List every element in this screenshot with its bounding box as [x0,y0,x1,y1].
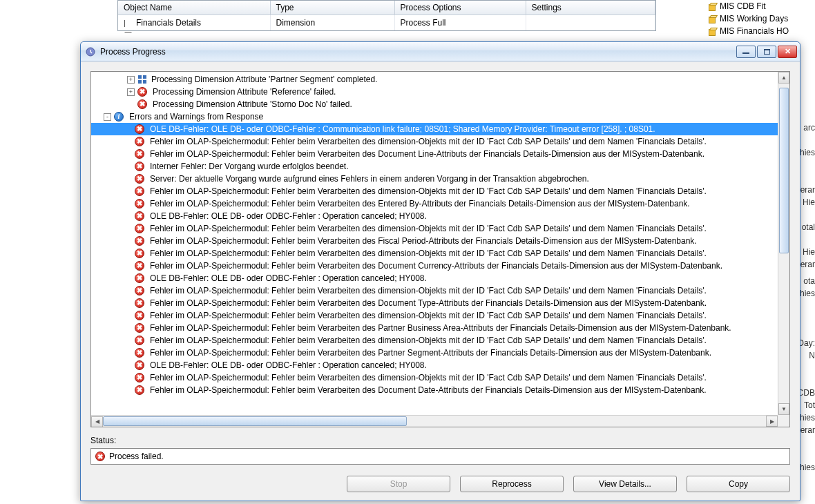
tree-node-label: Fehler im OLAP-Speichermodul: Fehler bei… [148,284,708,297]
scroll-up-icon[interactable]: ▲ [778,72,789,84]
error-icon: ✖ [135,298,144,308]
tree-node-label: Fehler im OLAP-Speichermodul: Fehler bei… [148,235,698,247]
scroll-left-icon[interactable]: ◀ [91,416,103,427]
tree-node-label: Fehler im OLAP-Speichermodul: Fehler bei… [148,148,706,160]
tree-node[interactable]: ✖Fehler im OLAP-Speichermodul: Fehler be… [91,309,778,322]
tree-node[interactable]: ✖Interner Fehler: Der Vorgang wurde erfo… [91,160,778,173]
tree-node[interactable]: ✖Fehler im OLAP-Speichermodul: Fehler be… [91,297,778,309]
error-icon: ✖ [135,336,144,345]
list-item[interactable]: MIS CDB Fit [704,0,815,12]
col-type: Type [270,1,394,15]
titlebar[interactable]: Process Progress ✕ [81,42,800,61]
tree-node-label: OLE DB-Fehler: OLE DB- oder ODBC-Fehler … [148,272,428,284]
error-icon: ✖ [95,452,105,461]
error-icon: ✖ [135,311,144,320]
tree-node-label: OLE DB-Fehler: OLE DB- oder ODBC-Fehler … [148,359,428,371]
tree-node[interactable]: ✖OLE DB-Fehler: OLE DB- oder ODBC-Fehler… [91,123,778,135]
info-icon: i [114,112,124,122]
tree-node[interactable]: +Processing Dimension Attribute 'Partner… [91,73,778,86]
partial-text: hies [800,413,815,423]
error-icon: ✖ [135,199,144,209]
maximize-button[interactable] [757,46,776,58]
error-icon: ✖ [135,261,144,271]
partial-text: Tot [804,400,815,410]
expand-toggle[interactable]: + [127,76,135,84]
col-object-name: Object Name [118,1,270,15]
tree-node[interactable]: ✖Fehler im OLAP-Speichermodul: Fehler be… [91,384,778,396]
tree-node[interactable]: ✖OLE DB-Fehler: OLE DB- oder ODBC-Fehler… [91,210,778,222]
tree-node[interactable]: ✖Fehler im OLAP-Speichermodul: Fehler be… [91,148,778,160]
tree-node-label: Processing Dimension Attribute 'Storno D… [151,98,354,110]
expand-toggle[interactable]: + [127,88,135,96]
partial-text: erar [800,185,815,195]
scroll-down-icon[interactable]: ▼ [778,403,789,415]
partial-text: hies [800,148,815,157]
tree-node-label: Fehler im OLAP-Speichermodul: Fehler bei… [148,197,691,210]
tree-node-label: Fehler im OLAP-Speichermodul: Fehler bei… [148,334,708,347]
tree-node[interactable]: ✖Server: Der aktuelle Vorgang wurde aufg… [91,173,778,185]
cell-type: Dimension [270,15,394,31]
tree-node[interactable]: ✖Fehler im OLAP-Speichermodul: Fehler be… [91,371,778,384]
horizontal-scrollbar[interactable]: ◀ ▶ [91,415,778,427]
tree-node-label: Interner Fehler: Der Vorgang wurde erfol… [148,160,350,173]
tree-node[interactable]: ✖Fehler im OLAP-Speichermodul: Fehler be… [91,185,778,197]
tree-node[interactable]: ✖Fehler im OLAP-Speichermodul: Fehler be… [91,235,778,247]
tree-node-label: Fehler im OLAP-Speichermodul: Fehler bei… [148,347,713,359]
tree-node-label: Fehler im OLAP-Speichermodul: Fehler bei… [148,185,708,197]
list-item[interactable]: MIS Financials HO [704,25,815,37]
tree-node[interactable]: ✖Fehler im OLAP-Speichermodul: Fehler be… [91,135,778,148]
error-icon: ✖ [135,137,144,146]
cube-icon [707,28,717,36]
tree-node[interactable]: -iErrors and Warnings from Response [91,110,778,123]
close-button[interactable]: ✕ [778,46,797,58]
error-icon: ✖ [135,174,144,184]
error-icon: ✖ [135,249,144,258]
tree-node[interactable]: ✖Fehler im OLAP-Speichermodul: Fehler be… [91,260,778,272]
partial-text: N [809,351,815,360]
tree-node-label: Server: Der aktuelle Vorgang wurde aufgr… [148,173,591,185]
side-cube-list: MIS CDB Fit MIS Working Days MIS Financi… [704,0,815,37]
dimension-icon [124,19,132,28]
error-icon: ✖ [135,323,144,333]
error-icon: ✖ [135,224,144,233]
tree-node[interactable]: ✖OLE DB-Fehler: OLE DB- oder ODBC-Fehler… [91,272,778,284]
tree-node-label: Errors and Warnings from Response [128,110,265,123]
tree-node[interactable]: ✖Fehler im OLAP-Speichermodul: Fehler be… [91,322,778,334]
error-icon: ✖ [135,273,144,283]
tree-node-label: Processing Dimension Attribute 'Partner … [150,73,378,86]
error-icon: ✖ [137,87,147,97]
tree-node[interactable]: ✖Fehler im OLAP-Speichermodul: Fehler be… [91,222,778,235]
collapse-toggle[interactable]: - [104,113,111,121]
cell-settings [526,15,655,31]
tree-node[interactable]: ✖Fehler im OLAP-Speichermodul: Fehler be… [91,347,778,359]
error-icon: ✖ [135,373,144,382]
scroll-right-icon[interactable]: ▶ [766,416,778,427]
list-item[interactable]: MIS Working Days [704,12,815,25]
tree-node-label: Fehler im OLAP-Speichermodul: Fehler bei… [148,371,708,384]
tree-node[interactable]: ✖Processing Dimension Attribute 'Storno … [91,98,778,110]
partial-text: Day: [798,338,815,348]
copy-button[interactable]: Copy [687,476,790,492]
partial-text: arc [803,123,815,133]
vertical-scrollbar[interactable]: ▲ ▼ [778,72,789,415]
error-icon: ✖ [135,236,144,246]
partial-text: erar [800,260,815,269]
tree-node[interactable]: +✖Processing Dimension Attribute 'Refere… [91,86,778,98]
error-icon: ✖ [135,162,144,171]
error-icon: ✖ [135,360,144,370]
tree-node[interactable]: ✖Fehler im OLAP-Speichermodul: Fehler be… [91,284,778,297]
tree-node[interactable]: ✖Fehler im OLAP-Speichermodul: Fehler be… [91,247,778,260]
col-process-options: Process Options [394,1,526,15]
partial-text: hies [800,289,815,298]
stop-button: Stop [347,476,450,492]
reprocess-button[interactable]: Reprocess [460,476,564,492]
tree-node[interactable]: ✖OLE DB-Fehler: OLE DB- oder ODBC-Fehler… [91,359,778,371]
minimize-button[interactable] [736,46,756,58]
tree-node-label: OLE DB-Fehler: OLE DB- oder ODBC-Fehler … [148,210,428,222]
status-text: Process failed. [109,452,164,461]
tree-node[interactable]: ✖Fehler im OLAP-Speichermodul: Fehler be… [91,334,778,347]
view-details-button[interactable]: View Details... [573,476,677,492]
status-box: ✖ Process failed. [90,448,790,465]
table-row[interactable]: Financials Details Dimension Process Ful… [118,15,655,31]
tree-node[interactable]: ✖Fehler im OLAP-Speichermodul: Fehler be… [91,197,778,210]
